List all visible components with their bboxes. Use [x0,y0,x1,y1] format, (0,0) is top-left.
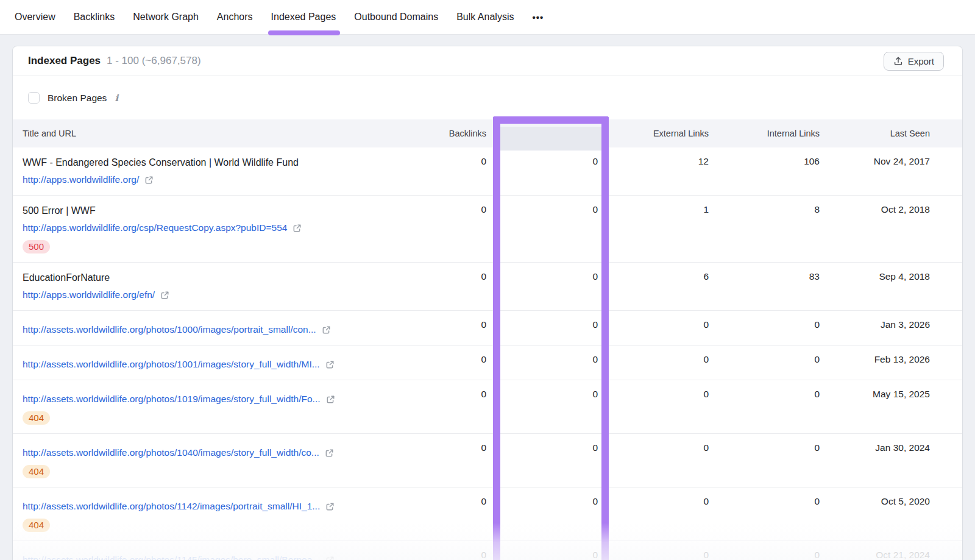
page-url-link[interactable]: http://assets.worldwildlife.org/photos/1… [23,446,319,459]
title-url-cell: http://assets.worldwildlife.org/photos/1… [13,380,389,433]
external-link-icon[interactable] [160,291,169,300]
internal-links-value: 0 [709,434,820,487]
tab-bulk-analysis[interactable]: Bulk Analysis [456,0,514,34]
tab-label: Backlinks [74,12,115,23]
external-links-value: 0 [598,380,709,433]
tab-anchors[interactable]: Anchors [217,0,253,34]
title-url-cell: 500 Error | WWF http://apps.worldwildlif… [13,196,389,262]
table-row[interactable]: http://assets.worldwildlife.org/photos/1… [13,346,962,380]
last-seen-value: Sep 4, 2018 [820,263,930,310]
export-label: Export [908,56,934,66]
external-link-icon[interactable] [325,360,335,369]
column-header-title-url[interactable]: Title and URL [13,129,389,138]
last-seen-value: Oct 21, 2024 [820,541,930,560]
internal-links-value: 8 [709,196,820,262]
backlinks-value: 0 [389,147,486,195]
tab-backlinks[interactable]: Backlinks [74,0,115,34]
table-body: WWF - Endangered Species Conservation | … [13,147,962,560]
external-link-icon[interactable] [325,556,335,560]
internal-links-value: 0 [709,311,820,345]
last-seen-value: Jan 3, 2026 [820,311,930,345]
page-url-link[interactable]: http://assets.worldwildlife.org/photos/1… [23,392,321,406]
tab-label: Outbound Domains [354,12,438,23]
internal-links-value: 0 [709,487,820,541]
page-url-link[interactable]: http://apps.worldwildlife.org/efn/ [23,288,155,302]
active-tab-underline [268,30,341,35]
table-row[interactable]: http://assets.worldwildlife.org/photos/1… [13,541,962,560]
export-button[interactable]: Export [884,52,944,71]
tab-overview[interactable]: Overview [15,0,55,34]
external-links-value: 12 [598,147,709,195]
tab-label: Network Graph [133,12,199,23]
filter-row: Broken Pages i [13,76,962,119]
table-row[interactable]: http://assets.worldwildlife.org/photos/1… [13,311,962,346]
external-link-icon[interactable] [322,325,331,335]
page-title: Indexed Pages [28,55,101,67]
domains-value: 0 [486,147,598,195]
page-title-text: WWF - Endangered Species Conservation | … [23,156,377,169]
table-row[interactable]: WWF - Endangered Species Conservation | … [13,147,962,196]
domains-value: 0 [486,346,598,380]
external-links-value: 0 [598,434,709,487]
more-tabs-icon[interactable]: ••• [532,0,544,34]
backlinks-value: 0 [389,487,486,541]
broken-pages-checkbox[interactable] [28,92,40,104]
page-url-link[interactable]: http://apps.worldwildlife.org/csp/Reques… [23,221,287,235]
tab-indexed-pages[interactable]: Indexed Pages [271,0,336,34]
tab-outbound-domains[interactable]: Outbound Domains [354,0,438,34]
status-code-badge: 500 [23,240,50,253]
table-row[interactable]: http://assets.worldwildlife.org/photos/1… [13,380,962,434]
table-header-row: Title and URL Backlinks Domains External… [13,119,962,147]
domains-value: 0 [486,541,598,560]
domains-value: 0 [486,311,598,345]
page-url-link[interactable]: http://assets.worldwildlife.org/photos/1… [23,553,320,560]
card-header: Indexed Pages 1 - 100 (~6,967,578) Expor… [13,46,962,76]
backlinks-value: 0 [389,196,486,262]
broken-pages-label: Broken Pages [48,93,107,104]
external-links-value: 0 [598,487,709,541]
column-header-backlinks[interactable]: Backlinks [389,129,486,138]
domains-value: 0 [486,487,598,541]
last-seen-value: May 15, 2025 [820,380,930,433]
domains-value: 0 [486,380,598,433]
last-seen-value: Oct 5, 2020 [820,487,930,541]
ellipsis-icon: ••• [532,12,544,23]
internal-links-value: 83 [709,263,820,310]
title-url-cell: http://assets.worldwildlife.org/photos/1… [13,434,389,487]
internal-links-value: 0 [709,346,820,380]
backlinks-value: 0 [389,311,486,345]
page-url-link[interactable]: http://assets.worldwildlife.org/photos/1… [23,323,316,336]
column-header-last-seen[interactable]: Last Seen [820,129,930,138]
report-tabs-bar: Overview Backlinks Network Graph Anchors… [0,0,975,35]
external-link-icon[interactable] [292,224,302,233]
page-url-link[interactable]: http://apps.worldwildlife.org/ [23,173,139,186]
table-row[interactable]: http://assets.worldwildlife.org/photos/1… [13,434,962,487]
export-upload-icon [893,56,903,66]
table-row[interactable]: 500 Error | WWF http://apps.worldwildlif… [13,196,962,263]
column-header-external-links[interactable]: External Links [598,129,709,138]
external-link-icon[interactable] [325,448,334,458]
internal-links-value: 0 [709,380,820,433]
column-header-domains[interactable]: Domains [486,129,598,138]
external-link-icon[interactable] [144,175,154,185]
status-code-badge: 404 [23,519,50,532]
tab-label: Anchors [217,12,253,23]
internal-links-value: 0 [709,541,820,560]
title-url-cell: http://assets.worldwildlife.org/photos/1… [13,541,389,560]
page-url-link[interactable]: http://assets.worldwildlife.org/photos/1… [23,500,320,513]
column-header-internal-links[interactable]: Internal Links [709,129,820,138]
external-links-value: 1 [598,196,709,262]
domains-value: 0 [486,196,598,262]
page-url-link[interactable]: http://assets.worldwildlife.org/photos/1… [23,358,320,371]
info-icon[interactable]: i [115,93,118,104]
external-link-icon[interactable] [326,395,335,404]
external-link-icon[interactable] [325,502,335,511]
last-seen-value: Feb 13, 2026 [820,346,930,380]
external-links-value: 0 [598,346,709,380]
table-row[interactable]: http://assets.worldwildlife.org/photos/1… [13,487,962,541]
tab-label: Bulk Analysis [456,12,514,23]
title-url-cell: http://assets.worldwildlife.org/photos/1… [13,311,389,345]
sort-descending-icon [590,133,598,134]
table-row[interactable]: EducationForNature http://apps.worldwild… [13,263,962,311]
tab-network-graph[interactable]: Network Graph [133,0,199,34]
